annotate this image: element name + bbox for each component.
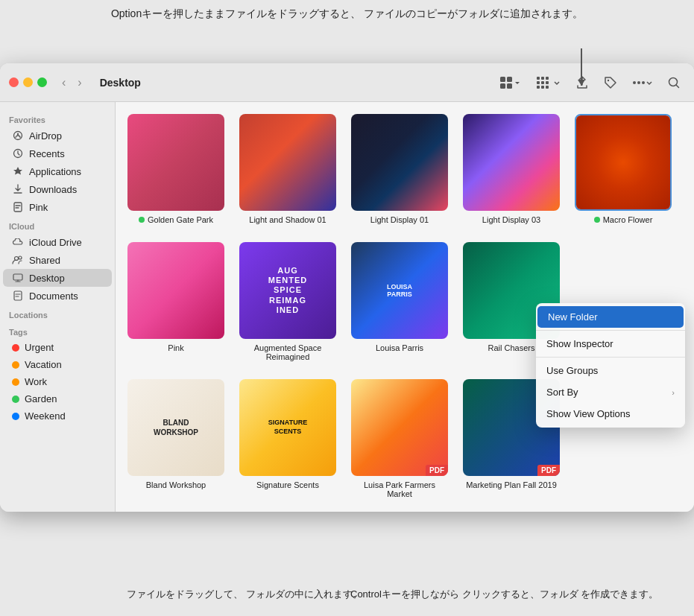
file-item-augmented[interactable]: AUGMENTEDSPICEREIMAGINED Augmented Space… bbox=[239, 242, 336, 361]
file-label: Augmented Space Reimagined bbox=[243, 343, 332, 361]
pdf-badge: PDF bbox=[537, 465, 560, 476]
file-item-light-display01[interactable]: Light Display 01 bbox=[351, 114, 448, 224]
sidebar-item-label: Recents bbox=[29, 148, 65, 159]
file-item-signature[interactable]: SIGNATURESCENTS Signature Scents bbox=[239, 379, 336, 498]
forward-button[interactable]: › bbox=[75, 74, 84, 91]
window-title: Desktop bbox=[100, 77, 141, 89]
search-button[interactable] bbox=[663, 73, 685, 92]
file-item-louisa[interactable]: LOUISAPARRIS Louisa Parris bbox=[351, 242, 448, 361]
titlebar: ‹ › Desktop bbox=[0, 63, 694, 102]
file-label: Marketing Plan Fall 2019 bbox=[466, 480, 557, 489]
file-thumbnail: BLANDWORKSHOP bbox=[127, 379, 224, 476]
svg-rect-9 bbox=[546, 81, 549, 84]
sidebar-item-label: AirDrop bbox=[29, 130, 62, 142]
file-label: Light and Shadow 01 bbox=[249, 215, 326, 224]
svg-point-14 bbox=[633, 81, 636, 84]
work-dot bbox=[12, 378, 19, 386]
sidebar-item-label: Applications bbox=[29, 166, 81, 177]
context-menu-show-view-options[interactable]: Show View Options bbox=[536, 403, 685, 425]
menu-item-label: Sort By bbox=[546, 387, 578, 398]
submenu-arrow-icon: › bbox=[672, 388, 675, 397]
bland-image: BLANDWORKSHOP bbox=[127, 379, 224, 476]
macro-flower-image bbox=[576, 115, 670, 209]
sidebar-item-urgent[interactable]: Urgent bbox=[3, 339, 112, 356]
svg-rect-4 bbox=[537, 77, 540, 80]
pink-image bbox=[127, 242, 224, 339]
file-label: Bland Workshop bbox=[146, 480, 206, 489]
sidebar-item-garden[interactable]: Garden bbox=[3, 390, 112, 407]
golden-gate-image bbox=[127, 114, 224, 211]
urgent-dot bbox=[12, 344, 19, 352]
file-item-light-display03[interactable]: Light Display 03 bbox=[463, 114, 560, 224]
back-button[interactable]: ‹ bbox=[59, 74, 69, 91]
file-label: Macro Flower bbox=[594, 215, 653, 224]
maximize-button[interactable] bbox=[37, 77, 47, 87]
svg-rect-12 bbox=[546, 86, 549, 89]
annotation-bottom-right: Controlキーを押しながら クリックすると、フォルダ を作成できます。 bbox=[350, 587, 658, 602]
sidebar-item-downloads[interactable]: Downloads bbox=[3, 180, 112, 198]
file-item-golden-gate[interactable]: Golden Gate Park bbox=[127, 114, 224, 224]
sidebar-item-pink[interactable]: Pink bbox=[3, 198, 112, 216]
context-menu-new-folder[interactable]: New Folder bbox=[537, 306, 684, 328]
light-display03-image bbox=[463, 114, 560, 211]
sidebar-item-icloud-drive[interactable]: iCloud Drive bbox=[3, 233, 112, 251]
file-name: Pink bbox=[168, 343, 183, 352]
view-grid-button[interactable] bbox=[495, 73, 526, 92]
finder-window: ‹ › Desktop bbox=[0, 63, 694, 512]
light-shadow-image bbox=[239, 114, 336, 211]
file-name: Luisa Park Farmers Market bbox=[351, 480, 448, 498]
context-menu-sort-by[interactable]: Sort By › bbox=[536, 381, 685, 403]
louisa-image: LOUISAPARRIS bbox=[351, 242, 448, 339]
sidebar: Favorites AirDrop bbox=[0, 102, 116, 512]
sidebar-item-label: Shared bbox=[29, 255, 60, 266]
file-item-bland[interactable]: BLANDWORKSHOP Bland Workshop bbox=[127, 379, 224, 498]
file-label: Rail Chasers bbox=[488, 343, 535, 352]
shared-icon bbox=[12, 254, 24, 266]
sidebar-item-recents[interactable]: Recents bbox=[3, 145, 112, 162]
context-menu-divider bbox=[536, 330, 685, 331]
file-label: Louisa Parris bbox=[376, 343, 423, 352]
close-button[interactable] bbox=[9, 77, 19, 87]
svg-rect-2 bbox=[500, 83, 505, 89]
context-menu-use-groups[interactable]: Use Groups bbox=[536, 360, 685, 381]
group-view-button[interactable] bbox=[531, 73, 565, 92]
menu-item-label: New Folder bbox=[548, 311, 597, 323]
svg-rect-1 bbox=[507, 77, 512, 82]
pink-icon bbox=[12, 201, 24, 213]
file-name: Signature Scents bbox=[256, 480, 319, 489]
file-thumbnail bbox=[575, 114, 672, 211]
context-menu-show-inspector[interactable]: Show Inspector bbox=[536, 333, 685, 355]
sidebar-item-work[interactable]: Work bbox=[3, 373, 112, 390]
airdrop-icon bbox=[12, 130, 24, 142]
sidebar-item-desktop[interactable]: Desktop bbox=[3, 269, 112, 287]
sidebar-item-vacation[interactable]: Vacation bbox=[3, 356, 112, 373]
file-item-light-shadow[interactable]: Light and Shadow 01 bbox=[239, 114, 336, 224]
file-item-macro-flower[interactable]: Macro Flower bbox=[575, 114, 672, 224]
vacation-dot bbox=[12, 361, 19, 369]
file-label: Pink bbox=[168, 343, 183, 352]
file-label: Luisa Park Farmers Market bbox=[351, 480, 448, 498]
svg-point-23 bbox=[19, 256, 22, 259]
sidebar-item-applications[interactable]: Applications bbox=[3, 162, 112, 180]
sidebar-item-label: Vacation bbox=[25, 359, 62, 370]
file-thumbnail bbox=[239, 114, 336, 211]
sidebar-item-documents[interactable]: Documents bbox=[3, 287, 112, 305]
file-item-luisa-pdf[interactable]: PDF Luisa Park Farmers Market bbox=[351, 379, 448, 498]
file-label: Golden Gate Park bbox=[139, 215, 213, 224]
annotation-arrow-top bbox=[581, 48, 582, 86]
file-thumbnail: LOUISAPARRIS bbox=[351, 242, 448, 339]
file-row-1: Golden Gate Park Light and Shadow 01 bbox=[127, 114, 682, 224]
tag-button[interactable] bbox=[599, 73, 622, 92]
file-thumbnail: SIGNATURESCENTS bbox=[239, 379, 336, 476]
sidebar-item-airdrop[interactable]: AirDrop bbox=[3, 127, 112, 145]
minimize-button[interactable] bbox=[23, 77, 33, 87]
icloud-label: iCloud bbox=[0, 216, 115, 233]
pdf-badge: PDF bbox=[426, 465, 448, 476]
svg-point-19 bbox=[17, 133, 19, 135]
sidebar-item-label: Pink bbox=[29, 202, 48, 213]
more-button[interactable] bbox=[628, 77, 657, 89]
sidebar-item-shared[interactable]: Shared bbox=[3, 251, 112, 269]
sidebar-item-weekend[interactable]: Weekend bbox=[3, 407, 112, 425]
documents-icon bbox=[12, 290, 24, 302]
file-item-pink[interactable]: Pink bbox=[127, 242, 224, 361]
